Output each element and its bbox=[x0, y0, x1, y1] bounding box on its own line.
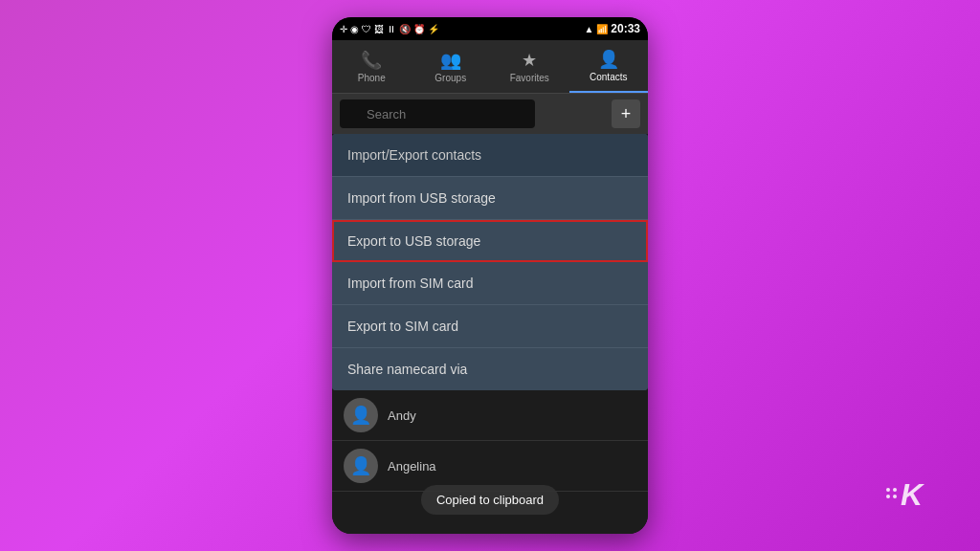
watermark: K bbox=[886, 477, 923, 513]
search-bar: 🔍 + bbox=[332, 94, 648, 134]
watermark-letter: K bbox=[901, 477, 923, 513]
signal-icon: ▲ bbox=[584, 24, 593, 34]
contact-item-andy[interactable]: 👤 Andy bbox=[332, 390, 648, 441]
add-contact-button[interactable]: + bbox=[612, 99, 640, 128]
dropdown-menu: Import/Export contacts Import from USB s… bbox=[332, 134, 648, 390]
contact-name-andy: Andy bbox=[388, 408, 416, 423]
notification-icon: ✛ bbox=[340, 24, 347, 34]
watermark-dots bbox=[886, 488, 897, 498]
mute-icon: 🔇 bbox=[399, 24, 411, 34]
tab-phone[interactable]: 📞 Phone bbox=[332, 40, 412, 93]
tab-groups-label: Groups bbox=[434, 73, 466, 83]
time-display: 20:33 bbox=[611, 22, 640, 35]
tab-contacts[interactable]: 👤 Contacts bbox=[569, 40, 649, 93]
signal-bars-icon: 📶 bbox=[596, 24, 608, 34]
status-time: ▲ 📶 20:33 bbox=[584, 22, 640, 35]
avatar-angelina: 👤 bbox=[344, 449, 378, 483]
tab-favorites[interactable]: ★ Favorites bbox=[490, 40, 569, 93]
tab-contacts-label: Contacts bbox=[590, 72, 627, 82]
menu-item-import-sim[interactable]: Import from SIM card bbox=[332, 262, 648, 305]
tab-groups[interactable]: 👥 Groups bbox=[412, 40, 491, 93]
search-input[interactable] bbox=[340, 99, 535, 128]
avatar-andy: 👤 bbox=[344, 398, 378, 432]
shield-icon: 🛡 bbox=[362, 24, 371, 34]
charge-icon: ⚡ bbox=[428, 24, 439, 34]
contacts-area: 👤 Andy 👤 Angelina Copied to clipboard bbox=[332, 390, 648, 534]
toast-notification: Copied to clipboard bbox=[421, 485, 559, 515]
tab-phone-label: Phone bbox=[358, 73, 386, 83]
tab-favorites-label: Favorites bbox=[510, 73, 549, 83]
alarm-icon: ⏰ bbox=[413, 24, 425, 34]
status-bar: ✛ ◉ 🛡 🖼 ⏸ 🔇 ⏰ ⚡ ▲ 📶 20:33 bbox=[332, 17, 648, 40]
contact-name-angelina: Angelina bbox=[388, 459, 436, 474]
status-icons-left: ✛ ◉ 🛡 🖼 ⏸ 🔇 ⏰ ⚡ bbox=[340, 24, 439, 34]
nav-tabs: 📞 Phone 👥 Groups ★ Favorites 👤 Contacts bbox=[332, 40, 648, 94]
phone-screen: 📞 Phone 👥 Groups ★ Favorites 👤 Contacts … bbox=[332, 40, 648, 534]
menu-header: Import/Export contacts bbox=[332, 134, 648, 177]
groups-icon: 👥 bbox=[440, 50, 461, 71]
menu-item-share-namecard[interactable]: Share namecard via bbox=[332, 348, 648, 390]
menu-item-export-usb[interactable]: Export to USB storage bbox=[332, 220, 648, 262]
phone-container: ✛ ◉ 🛡 🖼 ⏸ 🔇 ⏰ ⚡ ▲ 📶 20:33 📞 Phone 👥 Grou… bbox=[332, 17, 648, 534]
phone-icon: 📞 bbox=[361, 50, 382, 71]
search-wrap: 🔍 bbox=[340, 99, 606, 128]
menu-item-export-sim[interactable]: Export to SIM card bbox=[332, 305, 648, 348]
contacts-icon: 👤 bbox=[598, 49, 619, 70]
favorites-icon: ★ bbox=[522, 50, 537, 71]
pause-icon: ⏸ bbox=[387, 24, 396, 34]
image-icon: 🖼 bbox=[374, 24, 384, 34]
wifi-icon: ◉ bbox=[350, 24, 359, 34]
menu-item-import-usb[interactable]: Import from USB storage bbox=[332, 177, 648, 220]
